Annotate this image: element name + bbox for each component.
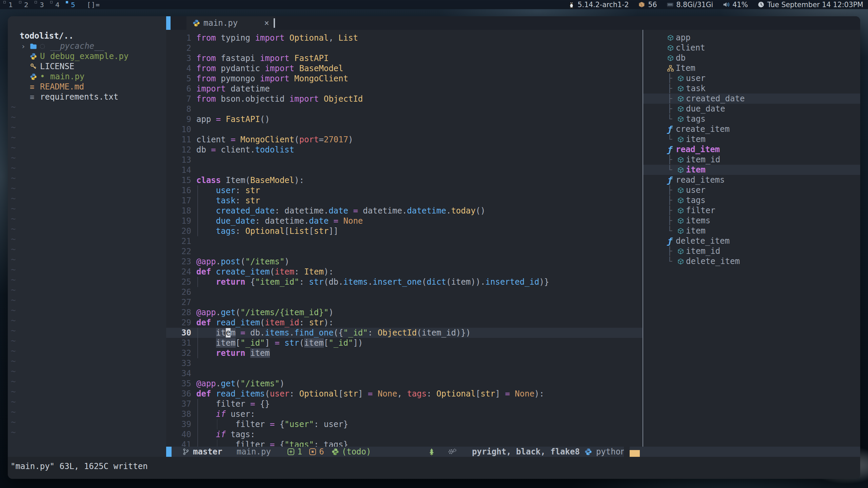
code-line-4[interactable]: 4from pydantic import BaseModel: [166, 63, 643, 74]
code-line-10[interactable]: 10: [166, 124, 643, 135]
variable-icon: [677, 218, 686, 224]
workspace-indicator-square: [35, 1, 37, 3]
code-line-33[interactable]: 33: [166, 358, 643, 368]
code-line-8[interactable]: 8: [166, 104, 643, 114]
outline-symbol-read_item[interactable]: ƒread_item: [643, 144, 860, 155]
outline-symbol-item[interactable]: └item: [643, 165, 860, 175]
code-line-37[interactable]: 37 filter = {}: [166, 399, 643, 409]
variable-icon: [677, 85, 686, 92]
code-line-40[interactable]: 40 if tags:: [166, 429, 643, 440]
outline-symbol-read_items[interactable]: ƒread_items: [643, 175, 860, 185]
outline-symbol-Item[interactable]: Item: [643, 63, 860, 73]
code-line-19[interactable]: 19 due_date: datetime.date = None: [166, 216, 643, 226]
code-line-5[interactable]: 5from pymongo import MongoClient: [166, 74, 643, 84]
code-line-32[interactable]: 32 return item: [166, 348, 643, 358]
code-line-28[interactable]: 28@app.get("/items/{item_id}"): [166, 307, 643, 318]
python-icon: [30, 53, 40, 60]
workspace-1[interactable]: 1: [2, 0, 18, 9]
git-branch-name: master: [193, 447, 222, 456]
outline-symbol-item[interactable]: └item: [643, 134, 860, 144]
code-line-18[interactable]: 18 created_date: datetime.date = datetim…: [166, 206, 643, 216]
code-line-34[interactable]: 34: [166, 368, 643, 379]
code-editor[interactable]: 1from typing import Optional, List23from…: [166, 30, 643, 447]
code-line-36[interactable]: 36def read_items(user: Optional[str] = N…: [166, 389, 643, 399]
tab-close-icon[interactable]: ×: [264, 18, 269, 28]
outline-symbol-app[interactable]: app: [643, 33, 860, 43]
workspace-4[interactable]: 4: [49, 0, 64, 9]
code-line-23[interactable]: 23@app.post("/items"): [166, 257, 643, 267]
outline-symbol-item_id[interactable]: ├item_id: [643, 246, 860, 256]
outline-symbol-db[interactable]: db: [643, 53, 860, 63]
code-line-22[interactable]: 22: [166, 246, 643, 257]
workspace-2[interactable]: 2: [18, 0, 33, 9]
file-tree-item-requirements.txt[interactable]: ≡requirements.txt: [8, 92, 166, 102]
outline-symbol-item_id[interactable]: ├item_id: [643, 155, 860, 165]
code-line-15[interactable]: 15class Item(BaseModel):: [166, 175, 643, 185]
code-line-1[interactable]: 1from typing import Optional, List: [166, 33, 643, 43]
code-line-6[interactable]: 6import datetime: [166, 84, 643, 94]
empty-line-marker: ~: [8, 316, 166, 326]
code-line-27[interactable]: 27: [166, 297, 643, 307]
statusline-notch: [624, 447, 630, 457]
command-line-area[interactable]: "main.py" 63L, 1625C written: [8, 457, 860, 479]
outline-symbol-delete_item[interactable]: └delete_item: [643, 256, 860, 266]
outline-symbol-user[interactable]: ├user: [643, 185, 860, 195]
file-tree-item-LICENSE[interactable]: LICENSE: [8, 61, 166, 72]
line-number: 26: [166, 287, 191, 297]
outline-symbol-create_item[interactable]: ƒcreate_item: [643, 124, 860, 134]
code-line-9[interactable]: 9app = FastAPI(): [166, 114, 643, 124]
outline-symbol-user[interactable]: ├user: [643, 73, 860, 83]
symbol-label: tags: [686, 195, 706, 205]
tab-main-py[interactable]: main.py ×: [186, 16, 275, 30]
workspace-5[interactable]: 5: [64, 0, 80, 9]
file-tree-item-main.py[interactable]: •main.py: [8, 72, 166, 82]
outline-symbol-item[interactable]: └item: [643, 226, 860, 236]
code-line-16[interactable]: 16 user: str: [166, 185, 643, 196]
tab-label: main.py: [203, 18, 238, 28]
symbol-label: delete_item: [686, 256, 740, 266]
outline-symbol-filter[interactable]: ├filter: [643, 205, 860, 216]
empty-line-marker: ~: [8, 244, 166, 255]
tree-connector: ├: [667, 83, 677, 94]
code-line-25[interactable]: 25 return {"item_id": str(db.items.inser…: [166, 277, 643, 287]
file-explorer-panel[interactable]: todolist/.. ›__pycache__Udebug_example.p…: [8, 16, 166, 447]
outline-symbol-due_date[interactable]: ├due_date: [643, 104, 860, 114]
outline-symbol-created_date[interactable]: ├created_date: [643, 94, 860, 104]
file-tree-item-README.md[interactable]: ≡README.md: [8, 82, 166, 92]
code-line-7[interactable]: 7from bson.objectid import ObjectId: [166, 94, 643, 104]
file-tree-item-__pycache__[interactable]: ›__pycache__: [8, 41, 166, 51]
indent-guide: [197, 429, 198, 440]
outline-symbol-items[interactable]: ├items: [643, 216, 860, 226]
outline-symbol-task[interactable]: ├task: [643, 83, 860, 94]
code-line-17[interactable]: 17 task: str: [166, 196, 643, 206]
code-line-21[interactable]: 21: [166, 236, 643, 246]
code-line-38[interactable]: 38 if user:: [166, 409, 643, 419]
code-line-30[interactable]: 30 item = db.items.find_one({"_id": Obje…: [166, 328, 643, 338]
code-line-35[interactable]: 35@app.get("/items"): [166, 379, 643, 389]
code-line-11[interactable]: 11client = MongoClient(port=27017): [166, 135, 643, 145]
outline-symbol-client[interactable]: client: [643, 43, 860, 53]
workspace-3[interactable]: 3: [33, 0, 49, 9]
code-line-2[interactable]: 2: [166, 43, 643, 53]
code-line-13[interactable]: 13: [166, 155, 643, 165]
code-line-31[interactable]: 31 item["_id"] = str(item["_id"]): [166, 338, 643, 348]
outline-symbol-tags[interactable]: ├tags: [643, 195, 860, 205]
file-tree-item-debug_example.py[interactable]: Udebug_example.py: [8, 51, 166, 61]
code-line-3[interactable]: 3from fastapi import FastAPI: [166, 53, 643, 63]
line-number: 4: [166, 63, 191, 74]
code-line-26[interactable]: 26: [166, 287, 643, 297]
tab-bar: main.py ×: [166, 16, 860, 30]
code-line-14[interactable]: 14: [166, 165, 643, 175]
code-line-12[interactable]: 12db = client.todolist: [166, 145, 643, 155]
folder-icon: [30, 43, 40, 50]
code-line-39[interactable]: 39 filter = {"user": user}: [166, 419, 643, 429]
outline-symbol-tags[interactable]: └tags: [643, 114, 860, 124]
indent-guide: [197, 277, 198, 287]
symbols-outline-panel[interactable]: appclientdbItem├user├task├created_date├d…: [643, 30, 860, 447]
outline-symbol-delete_item[interactable]: ƒdelete_item: [643, 236, 860, 246]
code-line-29[interactable]: 29def read_item(item_id: str):: [166, 318, 643, 328]
tree-connector: └: [667, 165, 677, 175]
code-line-24[interactable]: 24def create_item(item: Item):: [166, 267, 643, 277]
code-line-41[interactable]: 41 filter = {"tags": tags}: [166, 440, 643, 447]
code-line-20[interactable]: 20 tags: Optional[List[str]]: [166, 226, 643, 236]
